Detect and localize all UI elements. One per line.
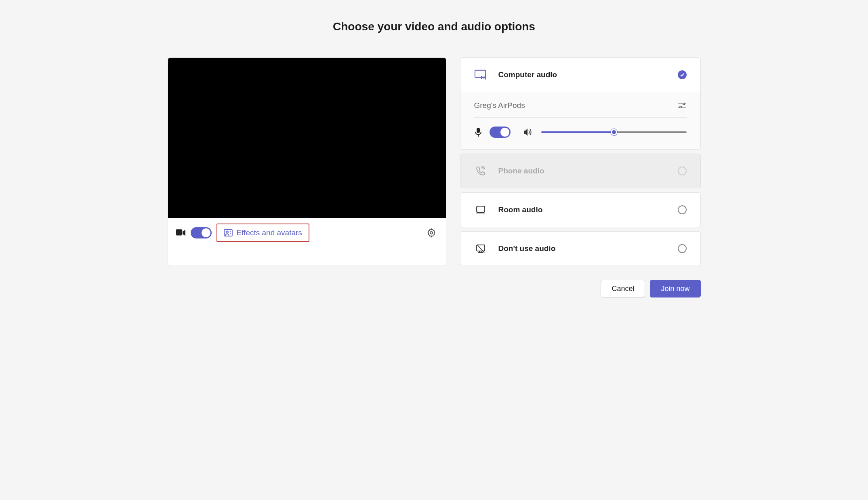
video-preview xyxy=(168,58,446,218)
svg-point-3 xyxy=(230,231,231,232)
svg-point-8 xyxy=(683,103,684,105)
no-audio-label: Don't use audio xyxy=(498,244,666,253)
selected-check-icon xyxy=(678,70,687,79)
effects-label: Effects and avatars xyxy=(237,228,302,237)
camera-toggle[interactable] xyxy=(191,227,212,238)
footer: Cancel Join now xyxy=(168,280,701,297)
svg-point-5 xyxy=(430,232,433,234)
audio-device-name: Greg's AirPods xyxy=(474,101,525,110)
camera-icon xyxy=(175,228,186,237)
computer-audio-label: Computer audio xyxy=(498,70,666,79)
computer-audio-body: Greg's AirPods xyxy=(460,92,700,149)
svg-rect-11 xyxy=(477,128,480,133)
volume-slider[interactable] xyxy=(541,131,687,133)
svg-point-10 xyxy=(679,106,681,108)
svg-point-4 xyxy=(230,232,231,233)
room-audio-option[interactable]: Room audio xyxy=(460,192,701,227)
video-panel: Effects and avatars xyxy=(168,57,446,266)
audio-device-settings-button[interactable] xyxy=(678,102,687,109)
phone-icon xyxy=(474,165,487,177)
microphone-toggle[interactable] xyxy=(490,127,511,138)
person-effects-icon xyxy=(224,229,233,236)
no-audio-radio[interactable] xyxy=(678,244,687,253)
no-audio-option[interactable]: Don't use audio xyxy=(460,231,701,266)
svg-line-17 xyxy=(477,245,484,253)
svg-rect-0 xyxy=(176,229,182,235)
join-now-button[interactable]: Join now xyxy=(650,280,700,297)
phone-audio-radio xyxy=(678,167,687,175)
cancel-button[interactable]: Cancel xyxy=(601,280,645,297)
phone-audio-option: Phone audio xyxy=(460,154,701,188)
gear-icon xyxy=(427,228,436,238)
room-audio-label: Room audio xyxy=(498,205,666,214)
computer-audio-header[interactable]: Computer audio xyxy=(460,58,700,92)
computer-audio-icon xyxy=(474,68,487,81)
computer-audio-option: Computer audio Greg's AirPods xyxy=(460,57,701,150)
main-content: Effects and avatars Computer audio xyxy=(168,57,701,266)
room-audio-radio[interactable] xyxy=(678,205,687,214)
speaker-icon xyxy=(523,128,532,137)
audio-device-row[interactable]: Greg's AirPods xyxy=(474,101,687,118)
svg-point-2 xyxy=(226,231,228,233)
sliders-icon xyxy=(678,102,687,109)
video-settings-button[interactable] xyxy=(424,226,439,240)
volume-slider-thumb[interactable] xyxy=(611,129,617,135)
page-title: Choose your video and audio options xyxy=(333,20,535,33)
audio-controls-row xyxy=(474,127,687,138)
audio-panel: Computer audio Greg's AirPods xyxy=(460,57,701,266)
effects-and-avatars-button[interactable]: Effects and avatars xyxy=(216,224,309,242)
video-toolbar: Effects and avatars xyxy=(168,218,446,248)
phone-audio-label: Phone audio xyxy=(498,167,666,175)
microphone-icon xyxy=(474,127,482,137)
room-icon xyxy=(474,203,487,216)
no-audio-icon xyxy=(474,242,487,255)
